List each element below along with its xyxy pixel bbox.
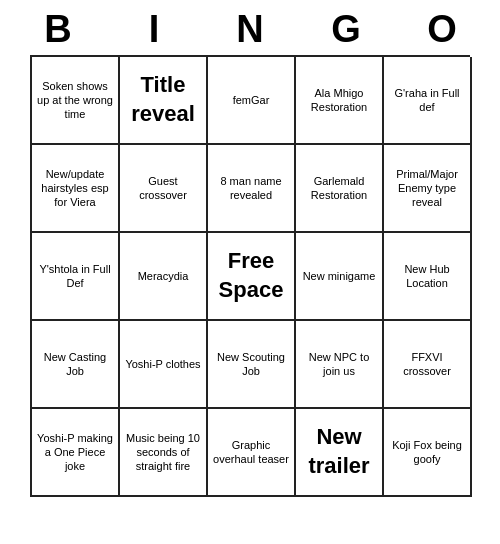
bingo-letter-N: N (206, 8, 294, 51)
bingo-cell-6: Guest crossover (120, 145, 208, 233)
bingo-cell-7: 8 man name revealed (208, 145, 296, 233)
bingo-cell-15: New Casting Job (32, 321, 120, 409)
bingo-cell-17: New Scouting Job (208, 321, 296, 409)
bingo-cell-11: Meracydia (120, 233, 208, 321)
bingo-cell-19: FFXVI crossover (384, 321, 472, 409)
bingo-letter-O: O (398, 8, 486, 51)
bingo-cell-23: New trailer (296, 409, 384, 497)
bingo-cell-9: Primal/Major Enemy type reveal (384, 145, 472, 233)
bingo-cell-10: Y'shtola in Full Def (32, 233, 120, 321)
bingo-cell-1: Title reveal (120, 57, 208, 145)
bingo-title: BINGO (10, 0, 490, 55)
bingo-letter-B: B (14, 8, 102, 51)
bingo-cell-24: Koji Fox being goofy (384, 409, 472, 497)
bingo-cell-22: Graphic overhaul teaser (208, 409, 296, 497)
bingo-cell-16: Yoshi-P clothes (120, 321, 208, 409)
bingo-letter-G: G (302, 8, 390, 51)
bingo-letter-I: I (110, 8, 198, 51)
bingo-cell-21: Music being 10 seconds of straight fire (120, 409, 208, 497)
bingo-cell-4: G'raha in Full def (384, 57, 472, 145)
bingo-cell-14: New Hub Location (384, 233, 472, 321)
bingo-cell-3: Ala Mhigo Restoration (296, 57, 384, 145)
bingo-cell-5: New/update hairstyles esp for Viera (32, 145, 120, 233)
bingo-cell-12: Free Space (208, 233, 296, 321)
bingo-cell-0: Soken shows up at the wrong time (32, 57, 120, 145)
bingo-grid: Soken shows up at the wrong timeTitle re… (30, 55, 470, 497)
bingo-cell-18: New NPC to join us (296, 321, 384, 409)
bingo-cell-2: femGar (208, 57, 296, 145)
bingo-cell-13: New minigame (296, 233, 384, 321)
bingo-cell-20: Yoshi-P making a One Piece joke (32, 409, 120, 497)
bingo-cell-8: Garlemald Restoration (296, 145, 384, 233)
